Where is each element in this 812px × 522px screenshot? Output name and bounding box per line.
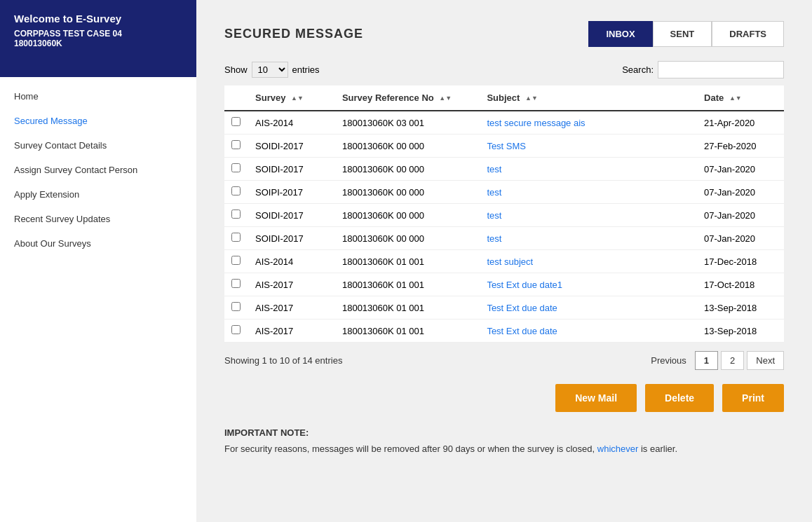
page-title: SECURED MESSAGE [224, 27, 363, 41]
sidebar-item-apply-extension[interactable]: Apply Extension [0, 182, 196, 207]
pagination-info: Showing 1 to 10 of 14 entries [224, 355, 342, 366]
search-input[interactable] [658, 61, 784, 78]
action-buttons: New Mail Delete Print [224, 384, 784, 412]
important-note: IMPORTANT NOTE: For security reasons, me… [224, 426, 784, 457]
tab-inbox[interactable]: INBOX [588, 21, 652, 47]
pagination-btns: Previous 1 2 Next [645, 351, 784, 370]
cell-subject[interactable]: test [480, 158, 697, 181]
next-button[interactable]: Next [747, 351, 784, 370]
search-label: Search: [622, 64, 654, 75]
sidebar-item-about-surveys[interactable]: About Our Surveys [0, 231, 196, 256]
tab-group: INBOXSENTDRAFTS [588, 21, 784, 47]
table-controls: Show 102550100 entries Search: [224, 61, 784, 78]
entries-select[interactable]: 102550100 [252, 62, 288, 78]
sidebar: Welcome to E-Survey CORPPASS TEST CASE 0… [0, 0, 196, 522]
tab-sent[interactable]: SENT [653, 21, 712, 47]
row-checkbox-2[interactable] [231, 163, 241, 172]
cell-date: 27-Feb-2020 [697, 135, 784, 158]
sidebar-item-secured-message[interactable]: Secured Message [0, 109, 196, 133]
note-text-after: is earlier. [641, 444, 677, 454]
cell-date: 07-Jan-2020 [697, 181, 784, 204]
table-row: AIS-2017180013060K 01 001Test Ext due da… [224, 320, 784, 343]
table-row: SOIDI-2017180013060K 00 000test07-Jan-20… [224, 158, 784, 181]
row-checkbox-6[interactable] [231, 256, 241, 265]
ref-sort-icon: ▲▼ [439, 95, 452, 102]
table-header-row: Survey ▲▼ Survey Reference No ▲▼ Subject… [224, 85, 784, 111]
row-checkbox-7[interactable] [231, 279, 241, 288]
sidebar-item-assign-survey-contact[interactable]: Assign Survey Contact Person [0, 158, 196, 182]
cell-date: 17-Oct-2018 [697, 273, 784, 296]
survey-sort-icon: ▲▼ [291, 95, 304, 102]
cell-date: 21-Apr-2020 [697, 111, 784, 135]
cell-survey: SOIDI-2017 [248, 227, 335, 250]
page-header: SECURED MESSAGE INBOXSENTDRAFTS [224, 21, 784, 47]
row-checkbox-1[interactable] [231, 140, 241, 149]
cell-subject[interactable]: test [480, 227, 697, 250]
tab-drafts[interactable]: DRAFTS [712, 21, 784, 47]
cell-subject[interactable]: test subject [480, 250, 697, 273]
cell-ref: 180013060K 01 001 [335, 273, 480, 296]
cell-ref: 180013060K 01 001 [335, 296, 480, 320]
cell-survey: AIS-2014 [248, 250, 335, 273]
table-row: AIS-2017180013060K 01 001Test Ext due da… [224, 273, 784, 296]
table-head: Survey ▲▼ Survey Reference No ▲▼ Subject… [224, 85, 784, 111]
cell-subject[interactable]: Test SMS [480, 135, 697, 158]
table-body: AIS-2014180013060K 03 001test secure mes… [224, 111, 784, 343]
row-checkbox-9[interactable] [231, 325, 241, 334]
row-checkbox-5[interactable] [231, 233, 241, 242]
main-content: SECURED MESSAGE INBOXSENTDRAFTS Show 102… [196, 0, 812, 522]
corp-id: 180013060K [14, 39, 182, 48]
print-button[interactable]: Print [722, 384, 784, 412]
cell-date: 07-Jan-2020 [697, 227, 784, 250]
table-row: SOIDI-2017180013060K 00 000Test SMS27-Fe… [224, 135, 784, 158]
cell-survey: AIS-2014 [248, 111, 335, 135]
date-sort-icon: ▲▼ [729, 95, 742, 102]
col-date-header[interactable]: Date ▲▼ [697, 85, 784, 111]
note-highlight: whichever [597, 444, 639, 454]
col-ref-header[interactable]: Survey Reference No ▲▼ [335, 85, 480, 111]
cell-subject[interactable]: Test Ext due date1 [480, 273, 697, 296]
show-label: Show [224, 64, 248, 75]
table-row: AIS-2017180013060K 01 001Test Ext due da… [224, 296, 784, 320]
cell-survey: AIS-2017 [248, 296, 335, 320]
delete-button[interactable]: Delete [645, 384, 714, 412]
row-checkbox-8[interactable] [231, 302, 241, 311]
col-survey-header[interactable]: Survey ▲▼ [248, 85, 335, 111]
sidebar-item-recent-survey-updates[interactable]: Recent Survey Updates [0, 207, 196, 231]
page-2-button[interactable]: 2 [721, 351, 744, 370]
cell-date: 07-Jan-2020 [697, 158, 784, 181]
note-title: IMPORTANT NOTE: [224, 426, 784, 441]
cell-subject[interactable]: Test Ext due date [480, 296, 697, 320]
cell-subject[interactable]: test secure message ais [480, 111, 697, 135]
cell-subject[interactable]: test [480, 204, 697, 227]
table-row: SOIDI-2017180013060K 00 000test07-Jan-20… [224, 227, 784, 250]
row-checkbox-4[interactable] [231, 210, 241, 219]
cell-survey: SOIPI-2017 [248, 181, 335, 204]
sidebar-header: Welcome to E-Survey CORPPASS TEST CASE 0… [0, 0, 196, 77]
cell-ref: 180013060K 00 000 [335, 181, 480, 204]
sidebar-item-survey-contact-details[interactable]: Survey Contact Details [0, 133, 196, 158]
cell-subject[interactable]: Test Ext due date [480, 320, 697, 343]
pagination-area: Showing 1 to 10 of 14 entries Previous 1… [224, 343, 784, 384]
cell-ref: 180013060K 03 001 [335, 111, 480, 135]
page-1-button[interactable]: 1 [695, 351, 718, 370]
cell-survey: SOIDI-2017 [248, 158, 335, 181]
row-checkbox-0[interactable] [231, 117, 241, 126]
subject-sort-icon: ▲▼ [525, 95, 538, 102]
table-row: AIS-2014180013060K 01 001test subject17-… [224, 250, 784, 273]
table-row: SOIPI-2017180013060K 00 000test07-Jan-20… [224, 181, 784, 204]
cell-ref: 180013060K 00 000 [335, 158, 480, 181]
data-table: Survey ▲▼ Survey Reference No ▲▼ Subject… [224, 85, 784, 343]
cell-ref: 180013060K 00 000 [335, 227, 480, 250]
entries-label: entries [292, 64, 320, 75]
new-mail-button[interactable]: New Mail [555, 384, 637, 412]
cell-ref: 180013060K 01 001 [335, 320, 480, 343]
cell-survey: AIS-2017 [248, 320, 335, 343]
row-checkbox-3[interactable] [231, 186, 241, 195]
note-text-before: For security reasons, messages will be r… [224, 444, 595, 454]
cell-subject[interactable]: test [480, 181, 697, 204]
sidebar-item-home[interactable]: Home [0, 84, 196, 109]
col-subject-header[interactable]: Subject ▲▼ [480, 85, 697, 111]
welcome-label: Welcome to E-Survey [14, 13, 182, 25]
cell-survey: AIS-2017 [248, 273, 335, 296]
